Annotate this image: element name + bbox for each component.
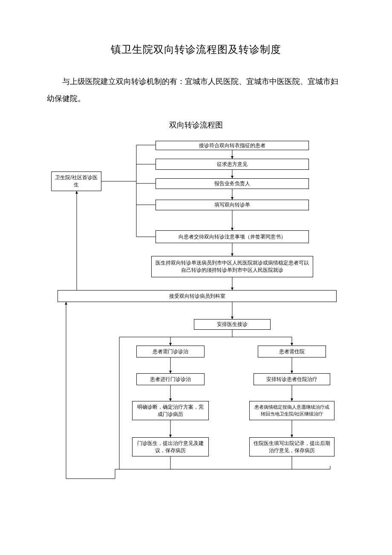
- node-n14: 安排转诊患者住院治疗: [254, 373, 330, 385]
- node-n2: 征求患方意见: [156, 159, 309, 170]
- node-n6: 医生持双向转诊单送病员到市中区人民医院就诊或病情稳定患者可以自己转诊的须持转诊单…: [151, 256, 313, 277]
- intro-text: 与上级医院建立双向转诊机制的有：宜城市人民医院、宜城市中医医院、宜城市妇幼保健院…: [47, 73, 345, 107]
- node-n10: 患者进行门诊诊治: [136, 373, 205, 385]
- node-n13: 患者需住院: [258, 346, 326, 357]
- page-title: 镇卫生院双向转诊流程图及转诊制度: [47, 43, 345, 56]
- node-n9: 患者需门诊诊治: [136, 346, 205, 357]
- node-n16: 住院医生填写出院记录，提出后期治疗意见，保存病历: [249, 437, 334, 456]
- node-n7: 接受双向转诊病员到科室: [58, 290, 337, 302]
- diagram-subtitle: 双向转诊流程图: [47, 120, 345, 130]
- node-n3: 报告业务负责人: [156, 178, 309, 189]
- node-n15: 患者病情稳定按病人意愿继续治疗或转回当地卫生院/社区继续治疗: [249, 401, 334, 420]
- node-n8: 安排医生接诊: [194, 319, 271, 330]
- node-origin: 卫生院/社区首诊医生: [51, 171, 101, 191]
- flowchart-diagram: 卫生院/社区首诊医生 接诊符合双向转衣指征的患者 征求患方意见 报告业务负责人 …: [47, 141, 345, 499]
- node-n5: 向患者交待双向转诊注意事项（并签署同意书）: [156, 230, 309, 243]
- node-n1: 接诊符合双向转衣指征的患者: [156, 141, 309, 150]
- node-n12: 门诊医生，提出治疗意见及建议，保存病历: [132, 437, 209, 456]
- node-n11: 明确诊断，确定治疗方案，完成门诊病历: [132, 401, 209, 420]
- node-n4: 填写双向转诊单: [156, 200, 309, 210]
